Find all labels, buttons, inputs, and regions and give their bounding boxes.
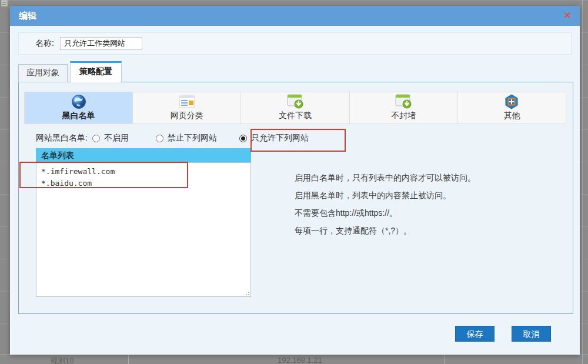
- hexagon-plus-icon: [503, 93, 520, 110]
- radio-option-disabled[interactable]: 不启用: [92, 133, 129, 143]
- name-input[interactable]: [60, 37, 142, 50]
- dialog-tabs: 应用对象 策略配置: [18, 63, 124, 82]
- blackwhite-radio-group: 网站黑白名单: 不启用 禁止下列网站 只允许下列网站: [36, 129, 309, 147]
- radio-icon[interactable]: [156, 135, 163, 142]
- policy-config-panel: 黑白名单 网页分类: [18, 82, 573, 314]
- radio-checked-icon[interactable]: [239, 135, 247, 142]
- help-text: 启用白名单时，只有列表中的内容才可以被访问。 启用黑名单时，列表中的内容禁止被访…: [295, 172, 476, 243]
- icon-tab-label: 文件下载: [279, 111, 312, 121]
- radio-option-allow-only-listed[interactable]: 只允许下列网站: [239, 133, 309, 143]
- icon-tab-no-block[interactable]: 不封堵: [350, 92, 458, 123]
- close-icon[interactable]: ✕: [562, 10, 573, 22]
- background-table-divider: [582, 0, 583, 364]
- radio-label: 只允许下列网站: [251, 133, 309, 143]
- list-header-bar: 名单列表: [36, 148, 251, 162]
- icon-tab-other[interactable]: 其他: [458, 92, 566, 123]
- background-partial-icon: [1, 0, 8, 6]
- cancel-button[interactable]: 取消: [512, 326, 551, 342]
- help-line: 启用白名单时，只有列表中的内容才可以被访问。: [295, 172, 476, 183]
- radio-label: 禁止下列网站: [168, 133, 217, 143]
- dialog-title: 编辑: [19, 11, 36, 22]
- name-field-row: 名称:: [18, 32, 572, 55]
- download-icon: [287, 93, 303, 110]
- edit-dialog: 编辑 ✕ 名称: 应用对象 策略配置 黑白名单: [10, 6, 580, 355]
- icon-tab-blackwhite-list[interactable]: 黑白名单: [25, 92, 133, 123]
- icon-tab-file-download[interactable]: 文件下载: [241, 92, 349, 123]
- background-ip-address: 192.168.1.21: [278, 356, 322, 364]
- blackwhite-group-label: 网站黑白名单:: [36, 133, 88, 143]
- download-icon: [395, 93, 412, 110]
- name-label: 名称:: [35, 38, 54, 49]
- icon-tab-label: 黑白名单: [62, 111, 95, 121]
- background-column-divider: [444, 355, 445, 364]
- textarea-resize-handle[interactable]: [245, 290, 249, 295]
- globe-icon: [71, 93, 87, 110]
- help-line: 不需要包含http://或https://。: [295, 208, 476, 218]
- icon-tab-label: 其他: [503, 111, 520, 121]
- dialog-header: 编辑 ✕: [10, 6, 580, 26]
- background-rule-name: 规则10: [50, 356, 74, 364]
- policy-icon-tabs: 黑白名单 网页分类: [24, 92, 566, 124]
- site-list-textarea[interactable]: *.imfirewall.com *.baidu.com: [36, 162, 251, 297]
- tab-policy-config[interactable]: 策略配置: [70, 61, 122, 82]
- icon-tab-web-category[interactable]: 网页分类: [133, 92, 241, 123]
- radio-icon[interactable]: [92, 135, 100, 142]
- background-column-divider: [128, 355, 129, 364]
- save-button[interactable]: 保存: [455, 326, 495, 342]
- icon-tab-label: 网页分类: [171, 111, 203, 121]
- radio-option-block-listed[interactable]: 禁止下列网站: [156, 133, 217, 143]
- background-table-row: 规则10 192.168.1.21: [0, 355, 588, 364]
- tab-application-objects[interactable]: 应用对象: [18, 64, 68, 82]
- radio-label: 不启用: [104, 133, 129, 143]
- help-line: 每项一行，支持通配符（*,?）。: [295, 225, 476, 236]
- help-line: 启用黑名单时，列表中的内容禁止被访问。: [295, 190, 476, 201]
- webpage-icon: [179, 93, 195, 110]
- icon-tab-label: 不封堵: [391, 111, 416, 121]
